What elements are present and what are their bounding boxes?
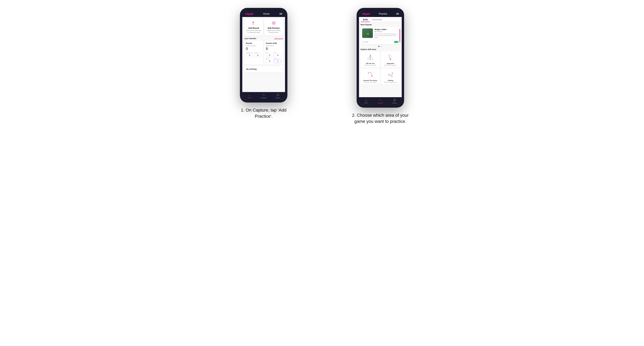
off-the-tee-title: Off The Tee — [362, 63, 378, 64]
nav-capture[interactable]: Capture — [271, 92, 285, 100]
phone1-header-title: Home — [263, 12, 270, 15]
add-practice-title: Add Practice — [266, 27, 282, 29]
nav2-activities-label: Activities — [378, 102, 383, 104]
drills-sub-stats: OTT 0 APP 4 ARG 0 — [266, 52, 282, 63]
featured-footer: ⏱ 9 shots APP — [360, 40, 400, 44]
nav-home[interactable]: ⌂ Home — [242, 92, 256, 100]
phone1-screen: clippd Home — [242, 10, 285, 100]
phone1-logo: clippd — [245, 12, 253, 15]
nav2-capture-label: Capture — [392, 102, 397, 104]
stats-header: Last 3 Months View Activity — [244, 37, 283, 39]
phone2-menu-icon[interactable] — [396, 13, 399, 15]
rounds-sub-stats: Tournament 0 Practice 0 — [246, 52, 262, 57]
phone2: clippd Practice Drills Favourites Most P… — [356, 8, 404, 108]
skill-approach[interactable]: Approach Dial-in to hit the green — [381, 51, 400, 68]
activities-icon — [262, 93, 265, 97]
rounds-capture-label: Rounds Capture — [246, 45, 262, 46]
featured-card-inner: Wedge Ladder 50-100 yds Play 1 shot at e… — [360, 27, 400, 40]
most-popular-title: Most Popular — [360, 24, 400, 26]
stats-period: Last 3 Months — [244, 37, 256, 39]
approach-desc: Dial-in to hit the green — [382, 65, 399, 66]
featured-thumb — [362, 28, 373, 38]
nav2-home[interactable]: ⌂ Home — [359, 97, 373, 105]
add-practice-desc: Capture your practice off-the-course — [266, 30, 282, 33]
arg-value: 0 — [266, 59, 273, 63]
phone2-section: clippd Practice Drills Favourites Most P… — [330, 8, 431, 125]
caption2: 2. Choose which area of your game you wa… — [349, 112, 412, 125]
add-practice-card[interactable]: Add Practice Capture your practice off-t… — [264, 19, 283, 35]
tab-favourites[interactable]: Favourites — [370, 17, 384, 22]
phone2-bottom-nav: ⌂ Home Activities — [359, 97, 402, 105]
nav2-capture[interactable]: Capture — [388, 97, 402, 105]
featured-drill-title: Wedge Ladder — [374, 28, 398, 30]
practice-content: Most Popular ☆ Wedge Ladder 50-100 yds P… — [359, 22, 402, 97]
around-the-green-title: Around The Green — [362, 80, 378, 81]
chevron-right-icon: › — [280, 68, 281, 70]
target-icon — [266, 21, 282, 26]
svg-point-9 — [370, 55, 371, 55]
featured-drill-desc: Play 1 shot at each target yardage. If y… — [374, 33, 398, 38]
page-container: clippd Home — [213, 8, 431, 125]
activities2-icon — [379, 99, 382, 102]
svg-point-18 — [370, 72, 370, 73]
drills-capture-value: 8 — [266, 47, 282, 51]
putt-label: PUTT — [274, 58, 282, 59]
add-round-card[interactable]: Add Round Record your shots fast or enha… — [244, 19, 263, 35]
dot-2 — [380, 46, 381, 47]
putting-title: Putting — [382, 80, 399, 81]
add-round-desc: Record your shots fast or enhanced mode — [246, 30, 262, 33]
svg-point-21 — [388, 74, 389, 75]
nav2-activities[interactable]: Activities — [373, 97, 388, 105]
approach-icon-area — [382, 53, 399, 62]
svg-point-17 — [368, 73, 369, 74]
menu-icon[interactable] — [280, 13, 282, 15]
rounds-capture-value: 0 — [246, 47, 262, 51]
phone2-header-title: Practice — [379, 12, 387, 15]
golf-bag-row[interactable]: My Golf Bag › — [244, 66, 283, 72]
svg-point-1 — [252, 24, 253, 25]
ott-label: OTT — [266, 52, 273, 53]
phone2-logo: clippd — [362, 12, 370, 15]
stats-grid: Rounds Rounds Capture 0 Tournament 0 Pra… — [244, 41, 283, 65]
featured-drill-card[interactable]: ☆ Wedge Ladder 50-100 yds Play 1 shot at… — [360, 27, 400, 44]
svg-point-6 — [277, 94, 279, 96]
arg-stat: ARG 0 — [266, 58, 273, 63]
phone1: clippd Home — [240, 8, 288, 103]
nav2-home-label: Home — [364, 102, 368, 104]
skill-off-the-tee[interactable]: Off The Tee Power and accuracy — [360, 51, 380, 68]
phone2-header: clippd Practice — [359, 10, 402, 17]
svg-rect-5 — [274, 21, 274, 22]
featured-drill-yardage: 50-100 yds — [374, 31, 398, 32]
off-the-tee-icon-area — [362, 53, 378, 62]
skill-putting[interactable]: Putting Make and lag practice — [381, 69, 400, 85]
ott-stat: OTT 0 — [266, 52, 273, 57]
app-value: 4 — [274, 53, 282, 57]
nav-capture-label: Capture — [276, 97, 280, 99]
tab-drills[interactable]: Drills — [361, 17, 370, 22]
dot-1 — [378, 46, 379, 47]
practice-stat: Practice 0 — [254, 52, 262, 57]
app-label: APP — [274, 52, 282, 53]
nav-home-label: Home — [248, 97, 252, 98]
pink-accent-bar — [400, 29, 400, 42]
putting-desc: Make and lag practice — [382, 82, 399, 83]
skill-around-the-green[interactable]: Around The Green Hone your short game — [360, 69, 380, 85]
tournament-label: Tournament — [246, 52, 253, 53]
ott-value: 0 — [266, 53, 273, 57]
star-icon[interactable]: ☆ — [397, 28, 399, 30]
tournament-value: 0 — [246, 53, 253, 57]
rounds-title: Rounds — [246, 42, 262, 44]
around-the-green-desc: Hone your short game — [362, 82, 378, 83]
drills-title: Practice Drills — [266, 42, 282, 44]
nav-activities[interactable]: Activities — [256, 92, 271, 100]
practice-label: Practice — [254, 52, 262, 53]
svg-point-14 — [389, 54, 390, 55]
capture-icon — [276, 93, 279, 97]
drills-panel: Practice Drills Drills Capture 8 OTT 0 A… — [264, 41, 283, 65]
phone1-content: Add Round Record your shots fast or enha… — [242, 17, 285, 92]
practice-value: 0 — [254, 53, 262, 57]
app-stat: APP 4 — [274, 52, 282, 57]
view-activity-link[interactable]: View Activity — [274, 37, 283, 39]
putt-stat: PUTT 4 — [274, 58, 282, 63]
caption1: 1. On Capture, tap 'Add Practice'. — [232, 107, 295, 120]
